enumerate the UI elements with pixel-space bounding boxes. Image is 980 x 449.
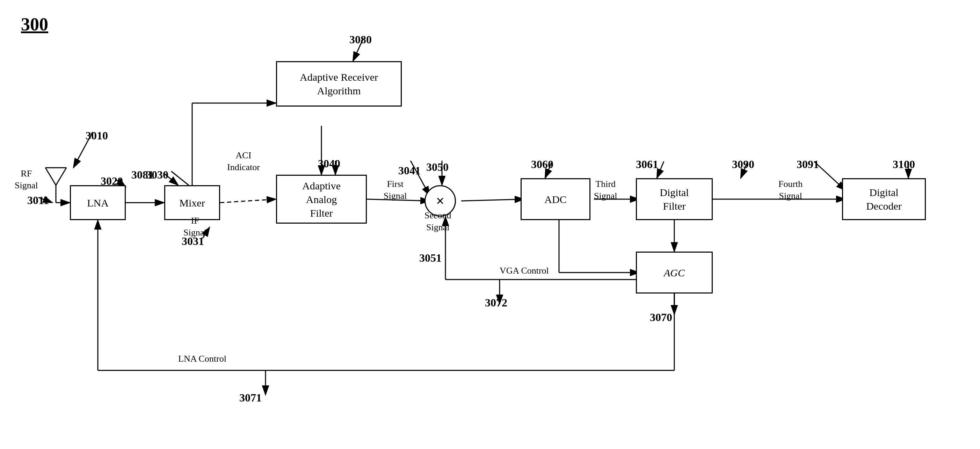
svg-line-4 [56,168,66,185]
adc-block: ADC [520,178,590,220]
connection-lines [0,0,980,449]
fourth-signal-label: FourthSignal [778,178,802,202]
aci-indicator-label: ACIIndicator [227,150,260,173]
adaptive-receiver-block: Adaptive ReceiverAlgorithm [276,61,402,107]
ref-3020: 3020 [100,175,123,188]
agc-block: AGC [636,252,713,293]
ref-3060: 3060 [531,158,554,171]
svg-line-10 [461,199,524,201]
digital-filter-label: DigitalFilter [660,186,689,213]
third-signal-label: ThirdSignal [594,178,617,202]
ref-3080: 3080 [349,33,372,46]
ref-3100: 3100 [892,158,915,171]
ref-3081: 3081 [131,169,154,182]
lna-label: LNA [87,196,109,210]
vga-control-label: VGA Control [500,265,549,277]
digital-decoder-label: DigitalDecoder [866,186,902,213]
lna-control-label: LNA Control [178,353,226,365]
multiplier-symbol: × [436,193,444,209]
ref-3061: 3061 [636,158,658,171]
fig-label: 300 [21,14,48,35]
svg-line-17 [171,171,189,185]
ref-3090: 3090 [732,158,754,171]
ref-3070: 3070 [650,311,672,324]
ref-3040: 3040 [318,157,340,170]
second-signal-label: SecondSignal [425,210,452,233]
adaptive-analog-filter-label: AdaptiveAnalogFilter [302,179,340,220]
first-signal-label: FirstSignal [383,178,407,202]
adaptive-analog-filter-block: AdaptiveAnalogFilter [276,175,367,224]
adc-label: ADC [544,193,566,206]
ref-3071: 3071 [239,391,262,404]
rf-signal-label: RFSignal [15,168,38,191]
ref-3051: 3051 [419,252,442,264]
agc-label: AGC [664,266,685,280]
ref-3011: 3011 [27,194,49,207]
digital-decoder-block: DigitalDecoder [842,178,926,220]
ref-3072: 3072 [485,296,507,309]
diagram: 300 [0,0,980,449]
lna-block: LNA [70,185,126,220]
adaptive-receiver-label: Adaptive ReceiverAlgorithm [300,70,378,97]
svg-line-8 [220,199,276,203]
ref-3010: 3010 [86,129,108,142]
mixer-label: Mixer [179,196,205,210]
ref-3050: 3050 [426,161,449,174]
digital-filter-block: DigitalFilter [636,178,713,220]
ref-3041: 3041 [398,164,421,177]
if-signal-label: IFSignal [183,215,207,239]
svg-line-3 [45,168,56,185]
ref-3091: 3091 [797,158,819,171]
